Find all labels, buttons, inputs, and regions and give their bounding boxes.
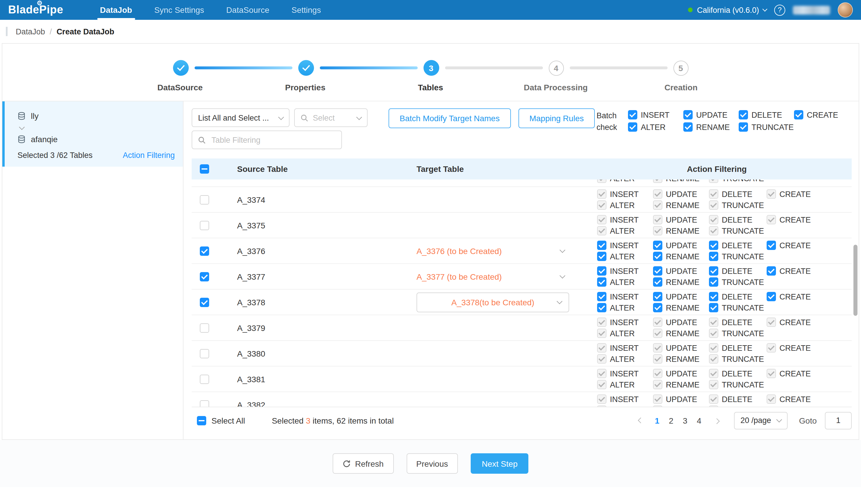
page-size-select[interactable]: 20 /page [734, 412, 787, 429]
action-checkbox-update[interactable]: UPDATE [653, 292, 709, 301]
pagination-prev-button[interactable] [633, 413, 647, 428]
refresh-button[interactable]: Refresh [332, 453, 394, 474]
action-checkbox-rename[interactable]: RENAME [653, 303, 709, 312]
column-select[interactable]: Select [294, 108, 368, 127]
target-table-name[interactable]: A_3376 (to be Created) [416, 246, 502, 256]
checkbox-icon[interactable] [653, 292, 662, 301]
region-selector[interactable]: California (v0.6.0) [688, 5, 767, 14]
pagination-page-2[interactable]: 2 [664, 413, 678, 428]
action-checkbox-update[interactable]: UPDATE [683, 110, 739, 120]
checkbox-icon[interactable] [683, 122, 693, 132]
chevron-down-icon[interactable] [560, 273, 565, 278]
action-checkbox-update[interactable]: UPDATE [653, 266, 709, 276]
help-button[interactable]: ? [774, 4, 785, 15]
checkbox-icon[interactable] [709, 292, 718, 301]
pagination-page-4[interactable]: 4 [692, 413, 706, 428]
action-checkbox-create[interactable]: CREATE [767, 266, 819, 276]
action-checkbox-rename[interactable]: RENAME [683, 122, 739, 132]
row-checkbox[interactable] [200, 349, 209, 358]
nav-item-sync-settings[interactable]: Sync Settings [153, 0, 205, 20]
row-checkbox[interactable] [200, 272, 209, 281]
chevron-down-icon[interactable] [560, 247, 565, 253]
next-step-button[interactable]: Next Step [471, 453, 529, 474]
checkbox-icon[interactable] [653, 303, 662, 312]
batch-modify-target-names-button[interactable]: Batch Modify Target Names [388, 108, 510, 128]
nav-item-settings[interactable]: Settings [290, 0, 322, 20]
action-checkbox-truncate[interactable]: TRUNCATE [709, 252, 767, 261]
list-mode-select[interactable]: List All and Select ... [192, 108, 289, 127]
mapping-rules-button[interactable]: Mapping Rules [518, 108, 595, 128]
action-checkbox-truncate[interactable]: TRUNCATE [739, 122, 794, 132]
checkbox-icon[interactable] [628, 122, 637, 132]
nav-item-datasource[interactable]: DataSource [225, 0, 271, 20]
checkbox-icon[interactable] [653, 241, 662, 250]
action-checkbox-delete[interactable]: DELETE [739, 110, 794, 120]
row-checkbox[interactable] [200, 220, 209, 230]
checkbox-icon[interactable] [709, 303, 718, 312]
avatar[interactable] [838, 2, 853, 17]
checkbox-icon[interactable] [597, 303, 606, 312]
action-filtering-link[interactable]: Action Filtering [123, 151, 175, 160]
checkbox-icon[interactable] [653, 277, 662, 287]
checkbox-icon[interactable] [767, 292, 776, 301]
checkbox-icon[interactable] [597, 252, 606, 261]
action-checkbox-delete[interactable]: DELETE [709, 292, 767, 301]
checkbox-icon[interactable] [683, 110, 693, 120]
action-checkbox-alter[interactable]: ALTER [597, 277, 653, 287]
nav-item-datajob[interactable]: DataJob [99, 0, 133, 20]
action-checkbox-update[interactable]: UPDATE [653, 241, 709, 250]
row-checkbox[interactable] [200, 323, 209, 332]
row-checkbox[interactable] [200, 298, 209, 307]
action-checkbox-delete[interactable]: DELETE [709, 241, 767, 250]
header-checkbox[interactable] [200, 164, 209, 174]
checkbox-icon[interactable] [767, 241, 776, 250]
checkbox-icon[interactable] [628, 110, 637, 120]
action-checkbox-insert[interactable]: INSERT [597, 241, 653, 250]
row-checkbox[interactable] [200, 246, 209, 256]
action-checkbox-rename[interactable]: RENAME [653, 277, 709, 287]
pagination-next-button[interactable] [710, 413, 724, 428]
previous-button[interactable]: Previous [406, 453, 458, 474]
action-checkbox-create[interactable]: CREATE [794, 110, 849, 120]
brand-logo[interactable]: BladePipe ⚙ [8, 3, 63, 16]
row-checkbox[interactable] [200, 195, 209, 204]
checkbox-icon[interactable] [767, 266, 776, 276]
checkbox-icon[interactable] [597, 266, 606, 276]
row-checkbox[interactable] [200, 374, 209, 384]
action-checkbox-alter[interactable]: ALTER [597, 252, 653, 261]
target-table-select[interactable]: A_3378(to be Created) [416, 292, 569, 312]
action-checkbox-insert[interactable]: INSERT [628, 110, 683, 120]
checkbox-icon[interactable] [709, 277, 718, 287]
scrollbar-thumb[interactable] [853, 245, 858, 316]
action-checkbox-truncate[interactable]: TRUNCATE [709, 277, 767, 287]
checkbox-icon[interactable] [709, 266, 718, 276]
goto-page-input[interactable] [825, 412, 852, 429]
checkbox-icon[interactable] [794, 110, 803, 120]
checkbox-icon[interactable] [653, 252, 662, 261]
checkbox-icon[interactable] [597, 241, 606, 250]
action-checkbox-insert[interactable]: INSERT [597, 292, 653, 301]
action-checkbox-create[interactable]: CREATE [767, 241, 819, 250]
checkbox-icon[interactable] [739, 110, 748, 120]
pagination-page-3[interactable]: 3 [678, 413, 692, 428]
action-checkbox-create[interactable]: CREATE [767, 292, 819, 301]
checkbox-icon[interactable] [597, 292, 606, 301]
action-checkbox-alter[interactable]: ALTER [628, 122, 683, 132]
action-checkbox-insert[interactable]: INSERT [597, 266, 653, 276]
target-table-name[interactable]: A_3377 (to be Created) [416, 272, 502, 281]
action-checkbox-delete[interactable]: DELETE [709, 266, 767, 276]
checkbox-icon[interactable] [709, 252, 718, 261]
row-checkbox[interactable] [200, 400, 209, 407]
sidebar-selected-mapping[interactable]: lly afanqie Selected 3 /62 Tables Action… [2, 101, 183, 167]
checkbox-icon[interactable] [597, 277, 606, 287]
action-checkbox-rename[interactable]: RENAME [653, 252, 709, 261]
action-checkbox-alter[interactable]: ALTER [597, 303, 653, 312]
checkbox-icon[interactable] [653, 266, 662, 276]
action-checkbox-truncate[interactable]: TRUNCATE [709, 303, 767, 312]
breadcrumb-parent[interactable]: DataJob [16, 27, 45, 36]
pagination-page-1[interactable]: 1 [650, 413, 664, 428]
checkbox-icon[interactable] [739, 122, 748, 132]
checkbox-icon[interactable] [709, 241, 718, 250]
select-all-checkbox[interactable] [197, 416, 206, 425]
table-filter-input[interactable] [210, 135, 336, 145]
